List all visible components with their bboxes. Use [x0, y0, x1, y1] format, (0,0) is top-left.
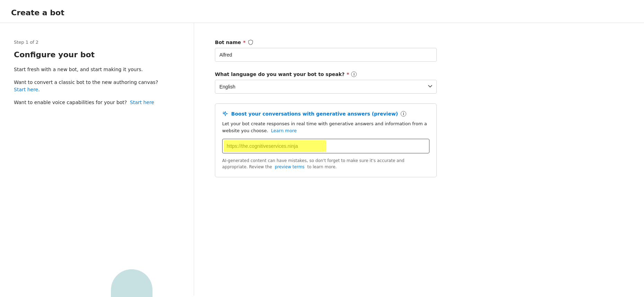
bot-name-group: Bot name *	[215, 40, 623, 62]
language-group: What language do you want your bot to sp…	[215, 71, 623, 94]
boost-card-title: Boost your conversations with generative…	[231, 111, 398, 117]
url-input-wrapper	[222, 139, 429, 153]
bot-name-input[interactable]	[215, 48, 437, 62]
main-content: Step 1 of 2 Configure your bot Start fre…	[0, 23, 644, 296]
description-2: Want to convert a classic bot to the new…	[14, 79, 180, 93]
start-here-link-1[interactable]: Start here	[14, 87, 38, 92]
language-select[interactable]: English Spanish French German Japanese C…	[215, 80, 437, 94]
description-3: Want to enable voice capabilities for yo…	[14, 99, 180, 106]
right-panel: Bot name * What language do you want you…	[194, 23, 644, 296]
language-select-wrapper: English Spanish French German Japanese C…	[215, 80, 437, 94]
preview-terms-link[interactable]: preview terms	[275, 164, 305, 169]
language-required: *	[347, 71, 349, 77]
boost-card: Boost your conversations with generative…	[215, 103, 437, 177]
learn-more-link[interactable]: Learn more	[271, 128, 297, 133]
page-header: Create a bot	[0, 0, 644, 23]
bot-name-label: Bot name *	[215, 40, 623, 45]
language-info-icon[interactable]: i	[351, 71, 357, 77]
language-label: What language do you want your bot to sp…	[215, 71, 623, 77]
start-here-link-2[interactable]: Start here	[130, 100, 154, 105]
boost-card-description: Let your bot create responses in real ti…	[222, 120, 429, 134]
bot-name-required: *	[243, 40, 245, 45]
description-1: Start fresh with a new bot, and start ma…	[14, 66, 180, 73]
step-label: Step 1 of 2	[14, 40, 180, 45]
disclaimer-text: AI-generated content can have mistakes, …	[222, 158, 429, 170]
website-url-input[interactable]	[222, 139, 429, 153]
boost-card-header: Boost your conversations with generative…	[222, 111, 429, 117]
configure-title: Configure your bot	[14, 50, 180, 59]
page-title: Create a bot	[11, 8, 633, 17]
sparkle-icon	[222, 111, 228, 117]
shield-icon	[248, 40, 253, 45]
left-panel: Step 1 of 2 Configure your bot Start fre…	[0, 23, 194, 296]
boost-info-icon[interactable]: i	[401, 111, 406, 117]
